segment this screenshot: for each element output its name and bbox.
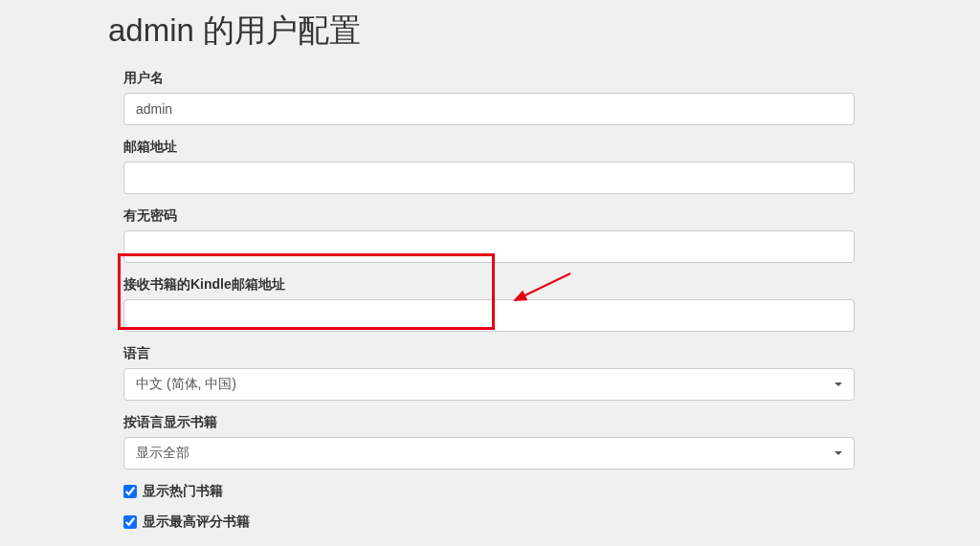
language-select[interactable]: 中文 (简体, 中国): [123, 368, 855, 401]
show-hot-label: 显示热门书籍: [143, 483, 223, 500]
page-title: admin 的用户配置: [108, 10, 866, 53]
username-input[interactable]: [123, 93, 855, 125]
kindle-email-input[interactable]: [123, 299, 855, 332]
show-top-rated-label: 显示最高评分书籍: [143, 513, 250, 531]
password-label: 有无密码: [123, 207, 866, 225]
email-label: 邮箱地址: [123, 139, 866, 156]
language-label: 语言: [123, 345, 866, 362]
username-label: 用户名: [123, 70, 866, 87]
password-input[interactable]: [123, 230, 855, 263]
kindle-email-label: 接收书籍的Kindle邮箱地址: [123, 276, 866, 294]
show-top-rated-checkbox[interactable]: [123, 515, 137, 529]
email-input[interactable]: [123, 162, 855, 194]
show-hot-checkbox[interactable]: [123, 485, 137, 498]
books-language-label: 按语言显示书籍: [123, 414, 866, 431]
books-language-select[interactable]: 显示全部: [123, 437, 855, 470]
